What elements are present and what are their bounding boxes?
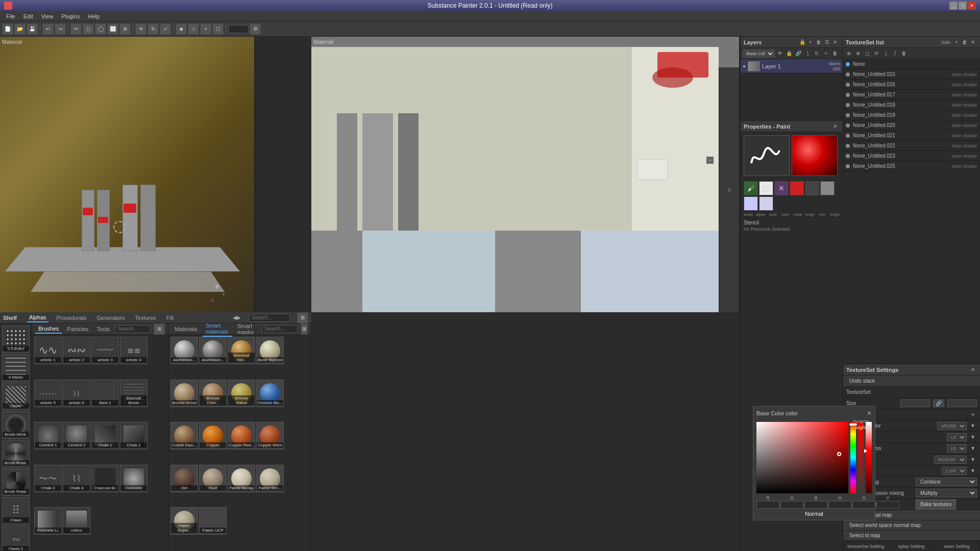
list-item[interactable]: Brush Strok. [2,411,30,439]
list-item[interactable]: Concrete Li. [34,507,62,535]
menu-plugins[interactable]: Plugins [57,12,84,20]
list-item[interactable]: Aluminium... [199,337,227,364]
layer-copy-btn[interactable]: ⎘ [813,49,821,58]
list-item[interactable]: Charcoal Br. [91,465,119,492]
shelf-tab-procedurals[interactable]: Procedurals [55,314,89,322]
layer-item[interactable]: ● Layer 1 Norm 100 [741,59,842,73]
select-world-space-normal-btn[interactable]: Select world space normal map [843,520,980,531]
swatch-color[interactable] [790,181,804,195]
list-item[interactable]: Bronze Statue [228,380,255,407]
list-item[interactable]: Aluminium... [170,337,198,364]
move-tool[interactable]: ✛ [135,23,146,35]
list-item[interactable]: ⌇⌇ Chalk 4 [63,465,90,492]
shelf-grid-btn[interactable]: ⊞ [297,312,308,323]
list-item[interactable]: Cement 2 [63,422,90,449]
smudge-tool[interactable]: ◯ [95,23,106,35]
list-item[interactable]: ≀≀ artistic 6 [63,380,90,407]
list-item[interactable]: Chrome Blu... [256,380,284,407]
bake-textures-btn[interactable]: Bake textures [916,499,956,510]
ts-tb-btn3[interactable]: ◻ [863,49,871,58]
list-item[interactable]: Bark 1 [91,380,119,407]
undo-btn[interactable]: ↩ [42,23,54,35]
minimize-button[interactable]: _ [949,2,958,10]
ts-item-023[interactable]: None_Untitled.023 Main shader [843,151,980,161]
list-item[interactable]: ≋≋ artistic 4 [120,337,148,364]
layers-delete-btn[interactable]: 🗑 [815,38,823,46]
swatch-tools[interactable]: ✕ [774,181,789,195]
ts-item-016[interactable]: None_Untitled.016 Main shader [843,80,980,90]
ts-item-025[interactable]: None_Untitled.025 Main shader [843,161,980,171]
cp-s-input[interactable]: 1,000 [852,501,875,509]
maximize-button[interactable]: □ [959,2,967,10]
list-item[interactable]: Baseball Hat... [228,337,255,364]
brushes-grid-btn[interactable]: ⊞ [154,323,165,335]
ts-delete-btn[interactable]: 🗑 [961,38,969,46]
menu-view[interactable]: View [37,12,58,20]
layers-add-btn[interactable]: + [806,38,815,46]
list-item[interactable]: 〜〜 Chalk 3 [34,465,62,492]
ts-item-017[interactable]: None_Untitled.017 Main shader [843,90,980,100]
tab-splay-setting[interactable]: splay Setting [889,541,934,551]
list-item[interactable]: Chalk 1 [91,422,119,449]
ts-solo-btn[interactable]: Solo [939,38,952,46]
tab-ewer-setting[interactable]: ewer Setting [935,541,980,551]
add-channel-btn[interactable]: + [969,411,977,419]
channel-options-metallic[interactable]: ▼ [969,433,977,441]
list-item[interactable]: Copper Worn [256,422,284,449]
brushes-search-input[interactable] [115,325,151,333]
close-button[interactable]: ✕ [968,2,976,10]
ao-mixing-select[interactable]: Multiply [916,489,977,497]
undo-stack-btn[interactable]: Undo stack [843,375,980,387]
list-item[interactable]: Chalk 2 [120,422,148,449]
channel-type-base[interactable]: sRGB8 [937,422,967,430]
tab-brushes[interactable]: Brushes [35,324,62,334]
ts-item-020[interactable]: None_Untitled.020 Main shader [843,120,980,131]
cp-color-bar[interactable] [866,422,872,493]
rotate-tool[interactable]: ↻ [148,23,159,35]
shelf-tab-textures[interactable]: Textures [133,314,158,322]
layers-lock-btn[interactable]: 🔒 [798,38,806,46]
ts-tb-btn2[interactable]: ⊗ [854,49,862,58]
materials-search-input[interactable] [262,325,298,333]
shelf-tab-alphas[interactable]: Alphas [27,313,48,322]
swatch-rough[interactable] [820,181,835,195]
ts-item-none[interactable]: None [843,59,980,69]
swatch-metal[interactable] [805,181,819,195]
ts-item-015[interactable]: None_Untitled.015 Main shader [843,69,980,80]
list-item[interactable]: Fabric UCP [199,507,227,535]
swatch-brush[interactable]: 🖌 [744,181,758,195]
list-item[interactable]: Brush Rotat. [2,468,30,496]
cp-r-input[interactable]: 1,000 [756,501,779,509]
properties-close-btn[interactable]: ✕ [831,122,839,131]
channel-type-roughness[interactable]: L8 [947,444,967,453]
list-item[interactable]: ⋯⋯ artistic 5 [34,380,62,407]
viewport-2d[interactable]: Material + U [311,37,740,312]
tab-particles[interactable]: Particles [64,325,91,333]
list-item[interactable]: Dust [199,465,227,492]
cp-alpha-bar[interactable] [858,422,864,493]
shelf-tab-fill[interactable]: Fill [164,314,176,322]
ts-tb-btn1[interactable]: ⊕ [845,49,853,58]
normal-mixing-select[interactable]: Combine [916,478,977,486]
channel-type-height[interactable]: L16F [942,467,967,475]
scale-tool[interactable]: ⤢ [160,23,171,35]
cp-v-input[interactable]: 1,000 [876,501,899,509]
view-split-btn[interactable]: ▪ [200,23,211,35]
layer-merge-btn[interactable]: ⤵ [803,49,812,58]
viewport-3d[interactable]: Material + Y X [0,37,255,312]
list-item[interactable]: Cement 1 [34,422,62,449]
list-item[interactable]: ∿∿ artistic 1 [34,337,62,364]
list-item[interactable]: ∾∾ artistic 2 [63,337,90,364]
size-input2[interactable]: 1024 [947,399,977,407]
menu-edit[interactable]: Edit [19,12,37,20]
menu-help[interactable]: Help [84,12,104,20]
swatch-nrm[interactable] [744,196,758,211]
ts-item-018[interactable]: None_Untitled.018 Main shader [843,100,980,110]
new-btn[interactable]: 📄 [2,23,13,35]
list-item[interactable]: Cobalt Dam... [170,422,198,449]
view-2d-btn[interactable]: □ [188,23,199,35]
tab-materials[interactable]: Materials [172,325,201,333]
channel-type-metallic[interactable]: L8 [947,433,967,441]
cp-close-btn[interactable]: ✕ [867,410,872,417]
channel-options-normal[interactable]: ▼ [969,456,977,464]
